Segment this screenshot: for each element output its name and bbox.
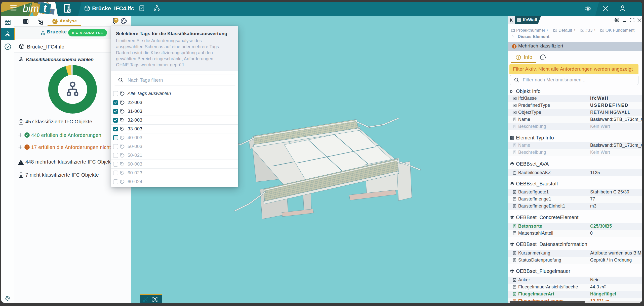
svg-text:bim: bim xyxy=(23,3,39,14)
svg-text:t: t xyxy=(43,2,47,14)
